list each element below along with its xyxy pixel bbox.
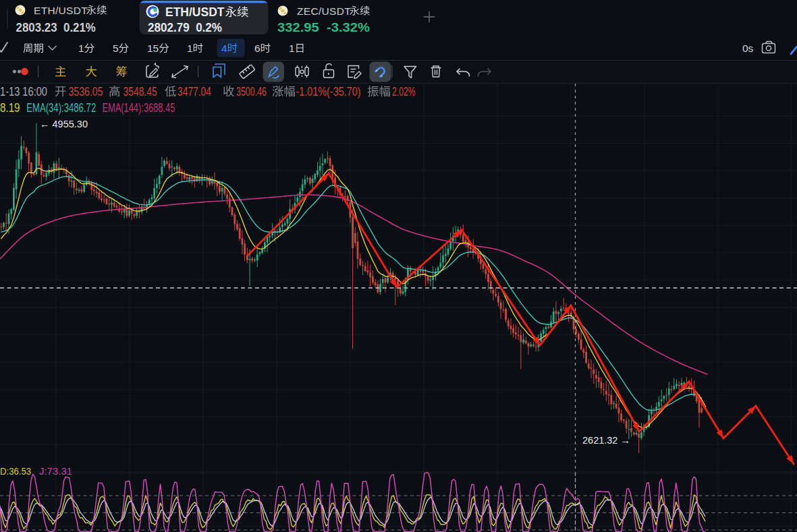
svg-text:6: 6 xyxy=(254,42,260,54)
svg-text:EMA(34):3486.72: EMA(34):3486.72 xyxy=(26,101,96,115)
svg-text:2621.32 →: 2621.32 → xyxy=(582,435,630,446)
svg-text:← 4955.30: ← 4955.30 xyxy=(40,119,88,129)
svg-text:15: 15 xyxy=(147,42,159,54)
svg-text:5: 5 xyxy=(113,42,119,54)
svg-text:ETH/USDT: ETH/USDT xyxy=(34,5,88,16)
svg-text:2.02%: 2.02% xyxy=(392,85,416,98)
svg-text:-1.01%(-35.70): -1.01%(-35.70) xyxy=(296,85,361,98)
svg-text:2802.79 0.2%: 2802.79 0.2% xyxy=(148,20,222,34)
svg-text:332.95 -3.32%: 332.95 -3.32% xyxy=(277,20,370,34)
svg-text:3477.04: 3477.04 xyxy=(177,85,211,98)
svg-text:ETH/USDT: ETH/USDT xyxy=(165,5,225,19)
svg-text:D:36.53: D:36.53 xyxy=(0,465,31,477)
svg-text:1: 1 xyxy=(187,42,193,54)
svg-text:1: 1 xyxy=(78,42,84,54)
svg-text:1: 1 xyxy=(289,42,295,54)
svg-text:0s: 0s xyxy=(742,42,754,54)
svg-text:2803.23 0.21%: 2803.23 0.21% xyxy=(16,20,96,34)
svg-text:4: 4 xyxy=(221,42,227,54)
svg-text:ZEC/USDT: ZEC/USDT xyxy=(297,5,351,17)
svg-text:8.19: 8.19 xyxy=(0,101,20,115)
svg-text:3548.45: 3548.45 xyxy=(123,85,157,98)
svg-text:1-13 16:00: 1-13 16:00 xyxy=(0,85,47,98)
svg-text:3536.05: 3536.05 xyxy=(69,85,103,98)
svg-text:EMA(144):3688.45: EMA(144):3688.45 xyxy=(102,101,175,115)
svg-text:3500.46: 3500.46 xyxy=(236,85,267,98)
svg-text:J:73.31: J:73.31 xyxy=(39,465,72,477)
